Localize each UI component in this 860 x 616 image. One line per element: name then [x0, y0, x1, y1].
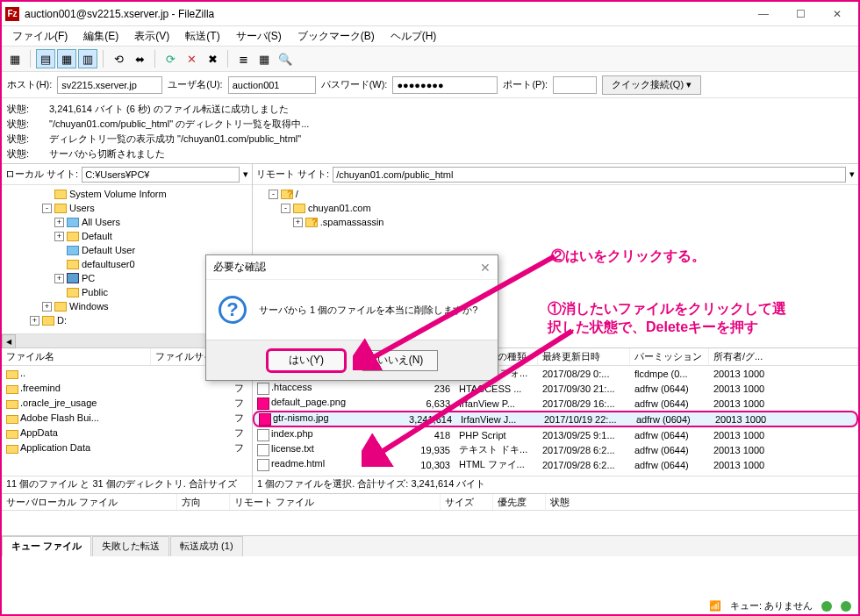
queue-col-prio[interactable]: 優先度 [493, 494, 546, 510]
search-icon[interactable]: 🔍 [276, 49, 295, 68]
log-text: 3,241,614 バイト (6 秒) のファイル転送に成功しました [49, 102, 289, 117]
queue-col-remote[interactable]: リモート ファイル [230, 494, 441, 510]
dialog-title: 必要な確認 [213, 260, 266, 275]
file-row[interactable]: .htaccess236HTACCESS ...2017/09/30 21:..… [253, 381, 858, 396]
remote-site-label: リモート サイト: [256, 168, 329, 181]
quickconnect-button[interactable]: クイック接続(Q) ▾ [602, 75, 701, 95]
confirm-dialog: 必要な確認 ✕ ? サーバから 1 個のファイルを本当に削除しますか? はい(Y… [205, 254, 498, 381]
close-button[interactable]: ✕ [820, 5, 855, 23]
pass-input[interactable] [392, 76, 498, 94]
file-row[interactable]: gtr-nismo.jpg3,241,614IrfanView J...2017… [253, 411, 858, 427]
queue-tabs: キュー ファイル 失敗した転送 転送成功 (1) [2, 535, 858, 556]
port-input[interactable] [553, 76, 597, 94]
statusbar: 📶 キュー: ありません [709, 599, 851, 612]
remote-path-input[interactable] [333, 167, 846, 183]
menu-help[interactable]: ヘルプ(H) [383, 27, 444, 46]
dropdown-icon[interactable]: ▾ [243, 168, 248, 180]
menu-file[interactable]: ファイル(F) [5, 27, 75, 46]
tree-node[interactable]: System Volume Inform [5, 187, 248, 201]
queue-col-local[interactable]: サーバ/ローカル ファイル [2, 494, 177, 510]
app-icon: Fz [5, 7, 19, 21]
col-perm[interactable]: パーミッション [630, 348, 709, 365]
host-label: ホスト(H): [7, 78, 52, 91]
file-row[interactable]: .freemindフ [2, 381, 252, 396]
tree-node[interactable]: -Users [5, 201, 248, 215]
dialog-close-icon[interactable]: ✕ [480, 261, 491, 275]
file-row[interactable]: .oracle_jre_usageフ [2, 396, 252, 411]
menu-view[interactable]: 表示(V) [127, 27, 176, 46]
menu-edit[interactable]: 編集(E) [76, 27, 125, 46]
host-input[interactable] [57, 76, 162, 94]
wifi-icon: 📶 [709, 600, 721, 612]
log-label: 状態: [7, 147, 42, 161]
question-icon: ? [219, 296, 247, 324]
port-label: ポート(P): [503, 78, 548, 91]
tab-failed[interactable]: 失敗した転送 [92, 536, 169, 556]
dropdown-icon[interactable]: ▾ [849, 168, 855, 180]
stop-icon[interactable]: ✕ [182, 49, 201, 68]
col-owner[interactable]: 所有者/グ... [709, 348, 858, 365]
file-row[interactable]: AppDataフ [2, 426, 252, 441]
tree-node[interactable]: +?.spamassassin [256, 215, 855, 229]
log-label: 状態: [7, 102, 42, 117]
log-text: ディレクトリ一覧の表示成功 "/chuyan01.com/public_html… [49, 132, 301, 147]
menu-transfer[interactable]: 転送(T) [178, 27, 226, 46]
toggle-tree-icon[interactable]: ▦ [57, 49, 76, 68]
pass-label: パスワード(W): [321, 78, 388, 91]
user-input[interactable] [228, 76, 316, 94]
annotation-1: ①消したいファイルをクリックして選 択した状態で、Deleteキーを押す [548, 300, 786, 337]
col-date[interactable]: 最終更新日時 [538, 348, 630, 365]
quickconnect-bar: ホスト(H): ユーザ名(U): パスワード(W): ポート(P): クイック接… [2, 72, 858, 98]
local-path-input[interactable] [82, 167, 240, 183]
window-titlebar: Fz auction001@sv2215.xserver.jp - FileZi… [2, 2, 858, 26]
menu-bookmark[interactable]: ブックマーク(B) [290, 27, 382, 46]
log-label: 状態: [7, 132, 42, 147]
sync-icon[interactable]: ⟲ [109, 49, 128, 68]
tree-node[interactable]: +Default [5, 229, 248, 243]
tree-node[interactable]: -chuyan01.com [256, 201, 855, 215]
log-pane: 状態:3,241,614 バイト (6 秒) のファイル転送に成功しました 状態… [2, 98, 858, 164]
tree-node[interactable]: -?/ [256, 187, 855, 201]
file-row[interactable]: Adobe Flash Bui...フ [2, 411, 252, 426]
menu-server[interactable]: サーバ(S) [229, 27, 289, 46]
status-dot-green [821, 601, 832, 612]
toggle-queue-icon[interactable]: ▥ [78, 49, 97, 68]
toolbar: ▦ ▤ ▦ ▥ ⟲ ⬌ ⟳ ✕ ✖ ≣ ▦ 🔍 [2, 46, 858, 72]
queue-col-dir[interactable]: 方向 [177, 494, 230, 510]
file-row[interactable]: index.php418PHP Script2013/09/25 9:1...a… [253, 427, 858, 442]
queue-status-text: キュー: ありません [730, 599, 813, 612]
no-button[interactable]: いいえ(N) [362, 350, 438, 371]
process-icon[interactable]: ▦ [254, 49, 274, 68]
log-text: "/chuyan01.com/public_html" のディレクトリ一覧を取得… [49, 117, 309, 132]
refresh-icon[interactable]: ⟳ [161, 49, 180, 68]
status-dot-green [841, 601, 851, 612]
maximize-button[interactable]: ☐ [783, 5, 818, 23]
queue-col-status[interactable]: 状態 [546, 494, 858, 510]
filter-icon[interactable]: ≣ [233, 49, 253, 68]
disconnect-icon[interactable]: ✖ [203, 49, 222, 68]
tab-queue[interactable]: キュー ファイル [2, 536, 91, 556]
dialog-message: サーバから 1 個のファイルを本当に削除しますか? [259, 304, 477, 317]
sitemanager-icon[interactable]: ▦ [5, 49, 25, 68]
minimize-button[interactable]: — [746, 5, 781, 23]
annotation-2: ②はいをクリックする。 [551, 247, 706, 266]
tree-node[interactable]: +All Users [5, 215, 248, 229]
file-row[interactable]: license.txt19,935テキスト ドキ...2017/09/28 6:… [253, 442, 858, 457]
compare-icon[interactable]: ⬌ [130, 49, 149, 68]
remote-status: 1 個のファイルを選択. 合計サイズ: 3,241,614 バイト [253, 476, 858, 491]
local-status: 11 個のファイル と 31 個のディレクトリ. 合計サイズ [2, 476, 252, 491]
file-row[interactable]: readme.html10,303HTML ファイ...2017/09/28 6… [253, 457, 858, 472]
queue-header: サーバ/ローカル ファイル 方向 リモート ファイル サイズ 優先度 状態 [2, 493, 858, 511]
log-text: サーバから切断されました [49, 147, 165, 161]
yes-button[interactable]: はい(Y) [266, 348, 347, 373]
queue-col-size[interactable]: サイズ [441, 494, 493, 510]
toggle-log-icon[interactable]: ▤ [36, 49, 55, 68]
tab-success[interactable]: 転送成功 (1) [170, 536, 243, 556]
col-filename[interactable]: ファイル名 [2, 348, 151, 365]
file-row[interactable]: Application Dataフ [2, 441, 252, 455]
log-label: 状態: [7, 117, 42, 132]
window-title: auction001@sv2215.xserver.jp - FileZilla [25, 8, 746, 20]
local-site-label: ローカル サイト: [5, 168, 78, 181]
user-label: ユーザ名(U): [168, 78, 222, 91]
file-row[interactable]: default_page.png6,633IrfanView P...2017/… [253, 396, 858, 411]
